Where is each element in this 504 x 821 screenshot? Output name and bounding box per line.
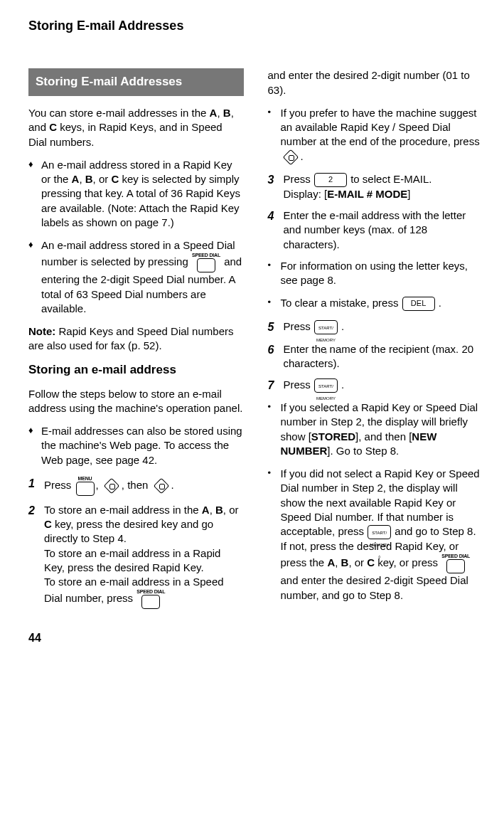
subheading-storing: Storing an e-mail address <box>28 362 244 378</box>
sub-bullet-suggest: • If you prefer to have the machine sugg… <box>268 106 483 164</box>
key-label: SPEED DIAL <box>136 589 165 594</box>
text-fragment: To store an e-mail address in a Rapid Ke… <box>44 547 220 573</box>
bullet-text: If you did not select a Rapid Key or Spe… <box>281 467 483 603</box>
bullet-text: An e-mail address stored in a Rapid Key … <box>41 158 244 230</box>
bullet-text: If you prefer to have the machine sugges… <box>281 106 483 164</box>
step-5: 5 Press START/MEMORY◊ . <box>268 319 483 335</box>
left-column: Storing E-mail Addresses You can store e… <box>28 68 244 616</box>
bullet-text: For information on using the letter keys… <box>281 259 483 288</box>
bullet-webpage: ♦ E-mail addresses can also be stored us… <box>28 424 244 467</box>
speed-dial-key-icon: SPEED DIAL <box>192 253 220 272</box>
step-text: To store an e-mail address in the A, B, … <box>44 503 244 610</box>
text-fragment: Press <box>284 320 314 332</box>
key-button-icon <box>76 482 95 496</box>
step-text: Press START/MEMORY◊ . <box>284 319 483 335</box>
bullet-rapid-key: ♦ An e-mail address stored in a Rapid Ke… <box>28 158 244 230</box>
two-column-layout: Storing E-mail Addresses You can store e… <box>28 68 483 616</box>
step-text: Press 2 to select E-MAIL. Display: [E-MA… <box>284 172 483 201</box>
text-fragment: If you prefer to have the machine sugges… <box>281 107 480 148</box>
bullet-text: To clear a mistake, press DEL . <box>281 296 483 311</box>
page-title: Storing E-mail Addresses <box>28 17 483 34</box>
diamond-bullet-icon: ♦ <box>28 238 41 316</box>
text-fragment: Display: [E-MAIL # MODE] <box>284 188 411 200</box>
diamond-bullet-icon: ♦ <box>28 158 41 230</box>
step-text: Press MENU , , then . <box>44 476 244 496</box>
bullet-text: E-mail addresses can also be stored usin… <box>41 424 244 467</box>
step-number: 5 <box>268 319 284 335</box>
step-text: Enter the name of the recipient (max. 20… <box>284 342 483 371</box>
bullet-speed-dial: ♦ An e-mail address stored in a Speed Di… <box>28 238 244 316</box>
text-fragment: , <box>96 479 102 491</box>
del-key-icon: DEL <box>402 297 435 311</box>
follow-paragraph: Follow the steps below to store an e-mai… <box>28 387 244 416</box>
nav-ring-icon <box>102 480 121 492</box>
step-number: 4 <box>268 208 284 252</box>
nav-ring-icon <box>152 480 171 492</box>
sub-bullet-stored: • If you selected a Rapid Key or Speed D… <box>268 401 483 458</box>
step-6: 6 Enter the name of the recipient (max. … <box>268 342 483 371</box>
start-memory-key-icon: START/MEMORY◊ <box>314 378 338 393</box>
key-label: MENU <box>78 476 92 481</box>
sub-bullet-clear-mistake: • To clear a mistake, press DEL . <box>268 296 483 311</box>
numkey-2-icon: 2 <box>314 173 347 187</box>
step-4: 4 Enter the e-mail address with the lett… <box>268 208 483 252</box>
disc-bullet-icon: • <box>268 467 281 603</box>
key-button-icon <box>446 559 465 573</box>
speed-dial-key-icon: SPEED DIAL <box>441 553 470 573</box>
text-fragment: to select E-MAIL. <box>350 173 431 185</box>
step-7: 7 Press START/MEMORY◊ . <box>268 378 483 393</box>
sub-bullet-not-selected: • If you did not select a Rapid Key or S… <box>268 467 483 603</box>
sub-bullet-letter-keys: • For information on using the letter ke… <box>268 259 483 288</box>
key-label: SPEED DIAL <box>192 253 220 258</box>
disc-bullet-icon: • <box>268 259 281 288</box>
step-number: 1 <box>28 476 44 496</box>
step-number: 6 <box>268 342 284 371</box>
disc-bullet-icon: • <box>268 296 281 311</box>
diamond-bullet-icon: ♦ <box>28 424 41 467</box>
text-fragment: and enter the desired 2-digit Speed Dial… <box>281 574 468 600</box>
step-3: 3 Press 2 to select E-MAIL. Display: [E-… <box>268 172 483 201</box>
nav-ring-icon <box>282 151 300 164</box>
speed-dial-key-icon: SPEED DIAL <box>136 589 165 609</box>
key-label: SPEED DIAL <box>441 553 470 558</box>
right-column: and enter the desired 2-digit number (01… <box>268 68 483 616</box>
bullet-text: If you selected a Rapid Key or Speed Dia… <box>281 401 483 458</box>
start-memory-key-icon: START/MEMORY◊ <box>368 525 391 539</box>
continuation-text: and enter the desired 2-digit number (01… <box>268 68 483 97</box>
step-text: Enter the e-mail address with the letter… <box>284 208 483 252</box>
step-number: 3 <box>268 172 284 201</box>
step-number: 7 <box>268 378 284 393</box>
bullet-text: An e-mail address stored in a Speed Dial… <box>41 238 244 316</box>
text-fragment: Press <box>284 378 314 391</box>
disc-bullet-icon: • <box>268 401 281 458</box>
text-fragment: To clear a mistake, press <box>281 297 402 309</box>
menu-key-icon: MENU <box>75 476 95 496</box>
section-banner: Storing E-mail Addresses <box>28 68 244 96</box>
step-number: 2 <box>28 503 44 610</box>
note-paragraph: Note: Rapid Keys and Speed Dial numbers … <box>28 324 244 354</box>
text-fragment: Press <box>44 479 75 491</box>
text-fragment: To store an e-mail address in a Speed Di… <box>44 576 224 604</box>
key-button-icon <box>197 258 215 272</box>
text-fragment: Press <box>284 173 314 185</box>
step-text: Press START/MEMORY◊ . <box>284 378 483 393</box>
disc-bullet-icon: • <box>268 106 281 164</box>
text-fragment: . <box>171 479 174 491</box>
start-memory-key-icon: START/MEMORY◊ <box>314 320 338 334</box>
text-fragment: To store an e-mail address in the A, B, … <box>44 504 239 545</box>
intro-paragraph: You can store e-mail addresses in the A,… <box>28 106 244 149</box>
page-number: 44 <box>28 630 483 646</box>
text-fragment: , then <box>122 479 151 491</box>
key-button-icon <box>141 595 160 609</box>
step-1: 1 Press MENU , , then . <box>28 476 244 496</box>
step-2: 2 To store an e-mail address in the A, B… <box>28 503 244 610</box>
